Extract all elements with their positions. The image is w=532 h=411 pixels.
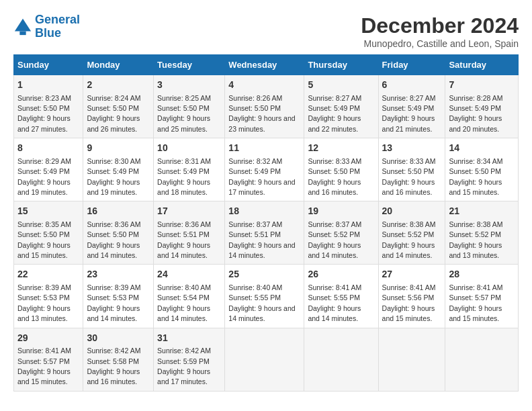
day-daylight: Daylight: 9 hours and 21 minutes. xyxy=(382,114,435,132)
day-sunset: Sunset: 5:52 PM xyxy=(382,230,435,238)
day-sunrise: Sunrise: 8:36 AM xyxy=(87,220,140,228)
day-number: 31 xyxy=(157,332,221,345)
calendar-cell: 9Sunrise: 8:30 AMSunset: 5:49 PMDaylight… xyxy=(83,138,154,201)
header-tuesday: Tuesday xyxy=(154,55,225,75)
day-number: 20 xyxy=(382,205,442,218)
day-number: 29 xyxy=(17,332,79,345)
day-sunrise: Sunrise: 8:41 AM xyxy=(17,347,71,355)
calendar-cell: 23Sunrise: 8:39 AMSunset: 5:53 PMDayligh… xyxy=(83,265,154,328)
calendar-cell: 11Sunrise: 8:32 AMSunset: 5:49 PMDayligh… xyxy=(225,138,304,201)
day-number: 8 xyxy=(17,142,79,155)
calendar-cell: 22Sunrise: 8:39 AMSunset: 5:53 PMDayligh… xyxy=(14,265,83,328)
calendar-cell: 30Sunrise: 8:42 AMSunset: 5:58 PMDayligh… xyxy=(83,328,154,391)
day-sunrise: Sunrise: 8:41 AM xyxy=(449,283,502,291)
calendar-cell: 7Sunrise: 8:28 AMSunset: 5:49 PMDaylight… xyxy=(445,75,519,138)
day-daylight: Daylight: 9 hours and 15 minutes. xyxy=(382,304,435,322)
day-number: 4 xyxy=(228,79,300,92)
day-daylight: Daylight: 9 hours and 14 minutes. xyxy=(228,304,295,322)
day-sunset: Sunset: 5:52 PM xyxy=(308,230,360,238)
svg-rect-1 xyxy=(19,31,26,35)
day-number: 6 xyxy=(382,79,442,92)
day-number: 15 xyxy=(17,205,79,218)
day-daylight: Daylight: 9 hours and 16 minutes. xyxy=(308,178,361,196)
day-sunrise: Sunrise: 8:40 AM xyxy=(228,283,282,291)
day-daylight: Daylight: 9 hours and 14 minutes. xyxy=(157,241,210,259)
day-number: 11 xyxy=(228,142,300,155)
day-sunset: Sunset: 5:49 PM xyxy=(449,104,501,112)
day-sunset: Sunset: 5:49 PM xyxy=(228,167,281,175)
day-sunset: Sunset: 5:49 PM xyxy=(87,167,139,175)
day-number: 17 xyxy=(157,205,221,218)
day-number: 9 xyxy=(87,142,150,155)
header-monday: Monday xyxy=(83,55,154,75)
day-daylight: Daylight: 9 hours and 16 minutes. xyxy=(382,178,435,196)
calendar-cell: 1Sunrise: 8:23 AMSunset: 5:50 PMDaylight… xyxy=(14,75,83,138)
calendar-cell: 3Sunrise: 8:25 AMSunset: 5:50 PMDaylight… xyxy=(154,75,225,138)
calendar-cell: 6Sunrise: 8:27 AMSunset: 5:49 PMDaylight… xyxy=(378,75,445,138)
day-sunset: Sunset: 5:49 PM xyxy=(17,167,70,175)
day-daylight: Daylight: 9 hours and 16 minutes. xyxy=(87,367,140,385)
day-daylight: Daylight: 9 hours and 20 minutes. xyxy=(449,114,502,132)
day-number: 28 xyxy=(449,268,515,281)
day-sunrise: Sunrise: 8:27 AM xyxy=(308,94,361,102)
day-number: 24 xyxy=(157,268,221,281)
day-number: 25 xyxy=(228,268,300,281)
day-sunrise: Sunrise: 8:38 AM xyxy=(382,220,436,228)
day-daylight: Daylight: 9 hours and 14 minutes. xyxy=(157,304,210,322)
day-sunset: Sunset: 5:50 PM xyxy=(449,167,501,175)
day-number: 10 xyxy=(157,142,221,155)
day-sunrise: Sunrise: 8:25 AM xyxy=(157,94,211,102)
day-sunrise: Sunrise: 8:33 AM xyxy=(382,157,436,165)
calendar-cell: 2Sunrise: 8:24 AMSunset: 5:50 PMDaylight… xyxy=(83,75,154,138)
day-sunrise: Sunrise: 8:39 AM xyxy=(17,283,71,291)
day-sunrise: Sunrise: 8:42 AM xyxy=(87,347,140,355)
logo-icon xyxy=(13,17,32,36)
day-daylight: Daylight: 9 hours and 15 minutes. xyxy=(449,304,502,322)
calendar-cell: 28Sunrise: 8:41 AMSunset: 5:57 PMDayligh… xyxy=(445,265,519,328)
day-sunrise: Sunrise: 8:29 AM xyxy=(17,157,71,165)
calendar-table: SundayMondayTuesdayWednesdayThursdayFrid… xyxy=(13,54,519,392)
day-sunrise: Sunrise: 8:40 AM xyxy=(157,283,211,291)
day-sunrise: Sunrise: 8:26 AM xyxy=(228,94,282,102)
calendar-cell xyxy=(378,328,445,391)
day-number: 21 xyxy=(449,205,515,218)
day-number: 13 xyxy=(382,142,442,155)
table-row: 22Sunrise: 8:39 AMSunset: 5:53 PMDayligh… xyxy=(14,265,519,328)
calendar-cell: 10Sunrise: 8:31 AMSunset: 5:49 PMDayligh… xyxy=(154,138,225,201)
day-sunrise: Sunrise: 8:23 AM xyxy=(17,94,71,102)
day-sunrise: Sunrise: 8:27 AM xyxy=(382,94,436,102)
day-number: 3 xyxy=(157,79,221,92)
calendar-cell: 24Sunrise: 8:40 AMSunset: 5:54 PMDayligh… xyxy=(154,265,225,328)
calendar-cell: 15Sunrise: 8:35 AMSunset: 5:50 PMDayligh… xyxy=(14,201,83,265)
day-number: 27 xyxy=(382,268,442,281)
day-number: 1 xyxy=(17,79,79,92)
day-sunrise: Sunrise: 8:38 AM xyxy=(449,220,502,228)
day-daylight: Daylight: 9 hours and 14 minutes. xyxy=(308,304,361,322)
day-sunset: Sunset: 5:53 PM xyxy=(17,293,70,302)
main-title: December 2024 xyxy=(361,13,519,38)
calendar-cell: 13Sunrise: 8:33 AMSunset: 5:50 PMDayligh… xyxy=(378,138,445,201)
day-number: 2 xyxy=(87,79,150,92)
day-sunset: Sunset: 5:51 PM xyxy=(228,230,281,238)
calendar-cell: 18Sunrise: 8:37 AMSunset: 5:51 PMDayligh… xyxy=(225,201,304,265)
calendar-cell: 25Sunrise: 8:40 AMSunset: 5:55 PMDayligh… xyxy=(225,265,304,328)
calendar-cell: 19Sunrise: 8:37 AMSunset: 5:52 PMDayligh… xyxy=(304,201,378,265)
svg-marker-0 xyxy=(15,19,31,32)
day-daylight: Daylight: 9 hours and 15 minutes. xyxy=(449,178,502,196)
calendar-cell: 26Sunrise: 8:41 AMSunset: 5:55 PMDayligh… xyxy=(304,265,378,328)
calendar-cell: 4Sunrise: 8:26 AMSunset: 5:50 PMDaylight… xyxy=(225,75,304,138)
day-sunset: Sunset: 5:52 PM xyxy=(449,230,501,238)
day-sunset: Sunset: 5:55 PM xyxy=(228,293,281,302)
header-sunday: Sunday xyxy=(14,55,83,75)
subtitle: Munopedro, Castille and Leon, Spain xyxy=(361,38,519,49)
day-number: 16 xyxy=(87,205,150,218)
day-sunset: Sunset: 5:59 PM xyxy=(157,357,210,365)
day-sunset: Sunset: 5:51 PM xyxy=(157,230,210,238)
table-row: 29Sunrise: 8:41 AMSunset: 5:57 PMDayligh… xyxy=(14,328,519,391)
day-sunrise: Sunrise: 8:37 AM xyxy=(228,220,282,228)
logo-text: General Blue xyxy=(35,13,80,40)
table-row: 1Sunrise: 8:23 AMSunset: 5:50 PMDaylight… xyxy=(14,75,519,138)
day-number: 23 xyxy=(87,268,150,281)
day-sunset: Sunset: 5:50 PM xyxy=(157,104,210,112)
day-daylight: Daylight: 9 hours and 14 minutes. xyxy=(87,241,140,259)
